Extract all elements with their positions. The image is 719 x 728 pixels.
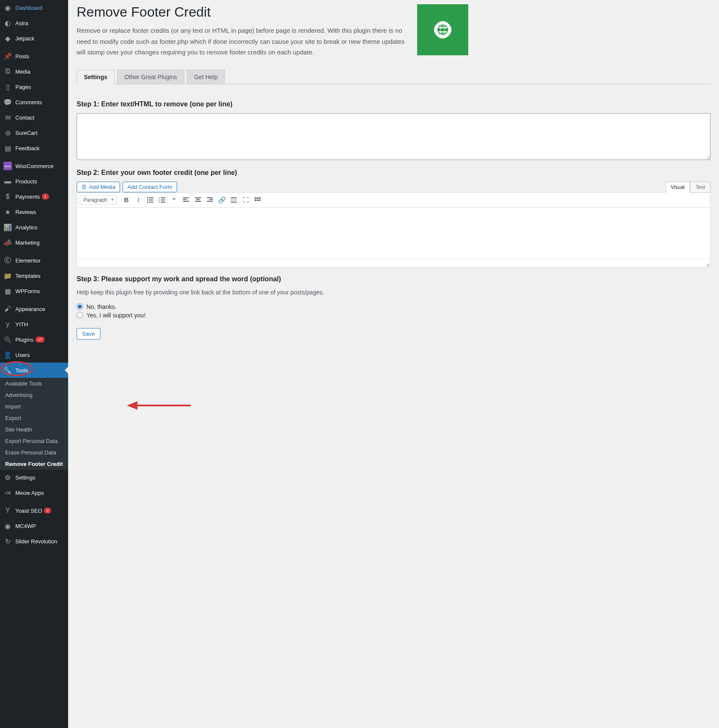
svg-rect-18 [196, 199, 200, 200]
label: Dashboard [15, 5, 43, 11]
pages-icon: ▯ [3, 83, 12, 91]
sidebar-item-yoast[interactable]: YYoast SEO2 [0, 503, 68, 518]
sidebar-item-users[interactable]: 👤Users [0, 347, 68, 363]
sidebar-item-slider-revolution[interactable]: ↻Slider Revolution [0, 534, 68, 549]
remove-text-input[interactable] [77, 113, 710, 160]
align-right-button[interactable] [204, 194, 215, 206]
nav-tabs: Settings Other Great Plugins Get Help [77, 70, 710, 84]
add-contact-form-button[interactable]: Add Contact Form [123, 182, 177, 192]
sidebar-item-analytics[interactable]: 📊Analytics [0, 220, 68, 235]
svg-rect-5 [149, 200, 153, 200]
badge: 2 [44, 508, 51, 514]
svg-rect-13 [161, 202, 165, 203]
toolbar-toggle-button[interactable] [252, 194, 263, 206]
sidebar-item-plugins[interactable]: 🔌Plugins17 [0, 332, 68, 347]
editor-tab-visual[interactable]: Visual [665, 182, 690, 193]
svg-rect-31 [259, 200, 261, 201]
label: Settings [15, 474, 35, 481]
svg-rect-25 [231, 202, 237, 203]
italic-button[interactable]: I [133, 194, 144, 206]
sidebar-item-mc4wp[interactable]: ◉MC4WP [0, 518, 68, 534]
sidebar-item-appearance[interactable]: 🖌Appearance [0, 301, 68, 317]
sidebar-item-comments[interactable]: 💬Comments [0, 94, 68, 110]
step3-label: Step 3: Please support my work and sprea… [77, 275, 710, 283]
align-left-button[interactable] [180, 194, 192, 206]
label: MC4WP [15, 523, 36, 529]
label: Analytics [15, 224, 37, 231]
submenu-export-personal[interactable]: Export Personal Data [0, 435, 68, 447]
submenu-site-health[interactable]: Site Health [0, 424, 68, 435]
submenu-erase-personal[interactable]: Erase Personal Data [0, 447, 68, 458]
sidebar-item-settings[interactable]: ⚙Settings [0, 470, 68, 485]
tab-settings[interactable]: Settings [77, 70, 115, 84]
sidebar-item-feedback[interactable]: ▤Feedback [0, 140, 68, 156]
label: Elementor [15, 257, 40, 264]
radio-yes[interactable] [77, 312, 83, 318]
label: Add Contact Form [127, 184, 172, 190]
label: WooCommerce [15, 163, 54, 169]
annotation-arrow [127, 397, 195, 414]
radio-no[interactable] [77, 303, 83, 310]
megaphone-icon: 📣 [3, 238, 12, 247]
sidebar-item-dashboard[interactable]: ◉Dashboard [0, 0, 68, 15]
link-button[interactable]: 🔗 [216, 194, 227, 206]
svg-rect-24 [231, 200, 237, 200]
sidebar-item-meow[interactable]: ●MMeow Apps [0, 485, 68, 500]
sidebar-item-yith[interactable]: yYITH [0, 317, 68, 332]
sidebar-item-reviews[interactable]: ★Reviews [0, 204, 68, 220]
plugins-icon: 🔌 [3, 335, 12, 344]
submenu-remove-footer[interactable]: Remove Footer Credit [0, 458, 68, 470]
read-more-button[interactable] [228, 194, 239, 206]
bold-button[interactable]: B [121, 194, 132, 206]
numbered-list-button[interactable]: 123 [157, 194, 168, 206]
sidebar-item-products[interactable]: ▬Products [0, 174, 68, 189]
mail-icon: ✉ [3, 113, 12, 122]
sidebar-item-contact[interactable]: ✉Contact [0, 110, 68, 125]
radio-no-row[interactable]: No, thanks. [77, 303, 710, 310]
step2-label: Step 2: Enter your own footer credit (on… [77, 169, 710, 177]
dashboard-icon: ◉ [3, 3, 12, 12]
submenu-import[interactable]: Import [0, 401, 68, 412]
svg-rect-11 [161, 200, 165, 200]
radio-yes-row[interactable]: Yes, I will support you! [77, 312, 710, 319]
fullscreen-button[interactable]: ⛶ [240, 194, 251, 206]
jetpack-icon: ◆ [3, 34, 12, 43]
submenu-export[interactable]: Export [0, 412, 68, 424]
sidebar-item-wpforms[interactable]: ▦WPForms [0, 283, 68, 299]
sidebar-item-pages[interactable]: ▯Pages [0, 79, 68, 94]
pin-icon: 📌 [3, 52, 12, 60]
yoast-icon: Y [3, 506, 12, 515]
svg-rect-29 [255, 200, 256, 201]
feedback-icon: ▤ [3, 144, 12, 152]
footer-credit-editor[interactable] [77, 208, 710, 259]
tab-other-plugins[interactable]: Other Great Plugins [117, 70, 184, 84]
sidebar-item-marketing[interactable]: 📣Marketing [0, 235, 68, 250]
svg-marker-1 [127, 401, 137, 410]
sidebar-item-elementor[interactable]: ⒺElementor [0, 253, 68, 268]
add-media-button[interactable]: 🖻Add Media [77, 182, 120, 192]
tab-get-help[interactable]: Get Help [187, 70, 225, 84]
cart-icon: ⊜ [3, 128, 12, 137]
brush-icon: 🖌 [3, 305, 12, 313]
label: Contact [15, 114, 34, 121]
save-button[interactable]: Save [77, 328, 100, 340]
bullet-list-button[interactable] [145, 194, 156, 206]
sidebar-item-jetpack[interactable]: ◆Jetpack [0, 31, 68, 46]
format-select[interactable]: Paragraph [80, 195, 117, 205]
sidebar-item-posts[interactable]: 📌Posts [0, 49, 68, 64]
sidebar-item-surecart[interactable]: ⊜SureCart [0, 125, 68, 140]
sidebar-item-woocommerce[interactable]: wooWooCommerce [0, 158, 68, 174]
sidebar-item-media[interactable]: 🖻Media [0, 64, 68, 79]
sidebar-item-payments[interactable]: $Payments1 [0, 189, 68, 204]
submenu-advertising[interactable]: Advertising [0, 389, 68, 401]
blockquote-button[interactable]: “ [169, 194, 180, 206]
label: Templates [15, 273, 40, 279]
label: Pages [15, 84, 31, 90]
sidebar-item-astra[interactable]: ◐Astra [0, 15, 68, 31]
sidebar-item-tools[interactable]: 🔧Tools [0, 363, 68, 378]
submenu-available-tools[interactable]: Available Tools [0, 378, 68, 389]
editor-tab-text[interactable]: Text [690, 182, 710, 193]
align-center-button[interactable] [192, 194, 203, 206]
sidebar-item-templates[interactable]: 📁Templates [0, 268, 68, 283]
payments-icon: $ [3, 192, 12, 201]
